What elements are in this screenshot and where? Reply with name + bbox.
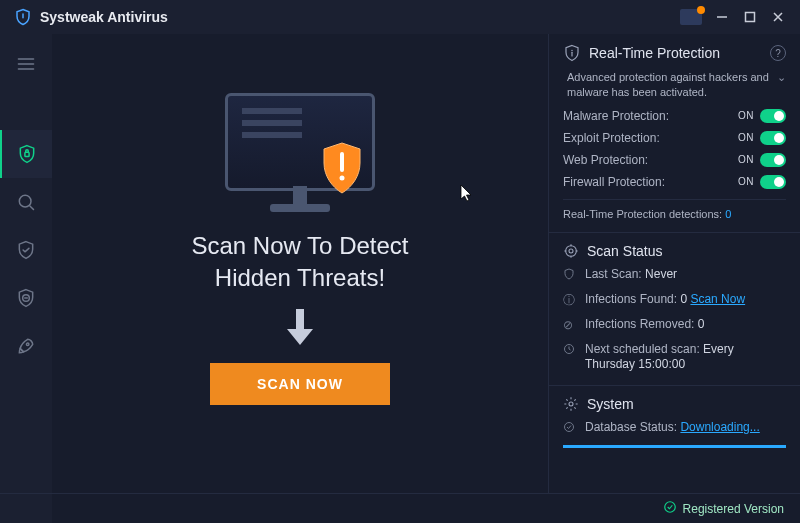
scan-now-link[interactable]: Scan Now [690,292,745,306]
exploit-protection-toggle[interactable] [760,131,786,145]
infections-removed-value: 0 [698,317,705,331]
arrow-down-icon [285,309,315,345]
maximize-button[interactable] [736,3,764,31]
info-icon: ⓘ [563,293,577,309]
shield-warning-icon [320,142,364,194]
clock-icon [563,343,577,360]
scan-status-section: Scan Status Last Scan: Never ⓘ Infection… [549,233,800,386]
menu-icon [16,54,36,74]
svg-point-7 [571,50,573,52]
svg-point-2 [19,195,31,207]
sidebar-item-menu[interactable] [0,40,52,88]
malware-protection-toggle[interactable] [760,109,786,123]
detections-label: Real-Time Protection detections: [563,208,722,220]
svg-point-12 [565,422,574,431]
svg-point-4 [26,343,29,346]
check-circle-icon [563,421,577,438]
db-status-label: Database Status: [585,420,677,434]
protection-label: Exploit Protection: [563,131,660,145]
web-protection-toggle[interactable] [760,153,786,167]
notification-icon[interactable] [680,9,702,25]
svg-point-8 [566,245,577,256]
detections-count: 0 [725,208,731,220]
protection-row: Firewall Protection: ON [563,175,786,189]
svg-point-11 [569,402,573,406]
db-status-value[interactable]: Downloading... [680,420,759,434]
download-progress-bar [563,445,786,448]
help-icon[interactable]: ? [770,45,786,61]
gear-icon [563,396,579,412]
svg-rect-1 [25,152,29,156]
svg-point-5 [340,176,345,181]
infections-removed-label: Infections Removed: [585,317,694,331]
scan-status-title: Scan Status [587,243,663,259]
rtp-description: Advanced protection against hackers and … [567,70,771,101]
infections-found-label: Infections Found: [585,292,677,306]
monitor-illustration [210,72,390,212]
firewall-protection-toggle[interactable] [760,175,786,189]
chevron-down-icon: ⌄ [777,70,786,101]
sidebar-item-protection[interactable] [0,226,52,274]
toggle-state: ON [738,132,754,143]
infections-found-value: 0 [680,292,687,306]
shield-small-icon [563,268,577,285]
system-section: System Database Status: Downloading... [549,386,800,455]
footer: Registered Version [0,493,800,523]
shield-e-icon [16,288,36,308]
minimize-button[interactable] [708,3,736,31]
sidebar-item-status[interactable] [0,130,52,178]
sidebar-item-quarantine[interactable] [0,274,52,322]
svg-rect-6 [296,309,304,329]
sidebar-item-scan[interactable] [0,178,52,226]
sidebar [0,34,52,523]
protection-row: Malware Protection: ON [563,109,786,123]
target-icon [563,243,579,259]
shield-lock-icon [17,144,37,164]
protection-row: Web Protection: ON [563,153,786,167]
protection-row: Exploit Protection: ON [563,131,786,145]
side-panel: Real-Time Protection ? Advanced protecti… [548,34,800,493]
search-icon [16,192,36,212]
svg-point-9 [569,249,573,253]
app-logo-icon [14,8,32,26]
toggle-state: ON [738,110,754,121]
protection-label: Malware Protection: [563,109,669,123]
rtp-detections: Real-Time Protection detections: 0 [563,199,786,220]
shield-check-icon [16,240,36,260]
block-icon: ⊘ [563,318,577,334]
close-button[interactable] [764,3,792,31]
cursor-icon [460,184,474,206]
registered-label: Registered Version [683,502,784,516]
title-bar: Systweak Antivirus [0,0,800,34]
last-scan-value: Never [645,267,677,281]
svg-rect-0 [746,13,755,22]
shield-info-icon [563,44,581,62]
scan-now-button[interactable]: SCAN NOW [210,363,390,405]
rtp-description-toggle[interactable]: Advanced protection against hackers and … [563,70,786,101]
hero-area: Scan Now To Detect Hidden Threats! SCAN … [52,34,548,493]
realtime-protection-section: Real-Time Protection ? Advanced protecti… [549,34,800,233]
check-icon [663,500,677,517]
system-title: System [587,396,634,412]
hero-headline: Scan Now To Detect Hidden Threats! [170,230,430,295]
protection-label: Firewall Protection: [563,175,665,189]
protection-label: Web Protection: [563,153,648,167]
next-scan-label: Next scheduled scan: [585,342,700,356]
last-scan-label: Last Scan: [585,267,642,281]
app-title: Systweak Antivirus [40,9,168,25]
rtp-title: Real-Time Protection [589,45,720,61]
toggle-state: ON [738,154,754,165]
toggle-state: ON [738,176,754,187]
svg-point-13 [664,502,675,513]
sidebar-item-boost[interactable] [0,322,52,370]
rocket-icon [16,336,36,356]
